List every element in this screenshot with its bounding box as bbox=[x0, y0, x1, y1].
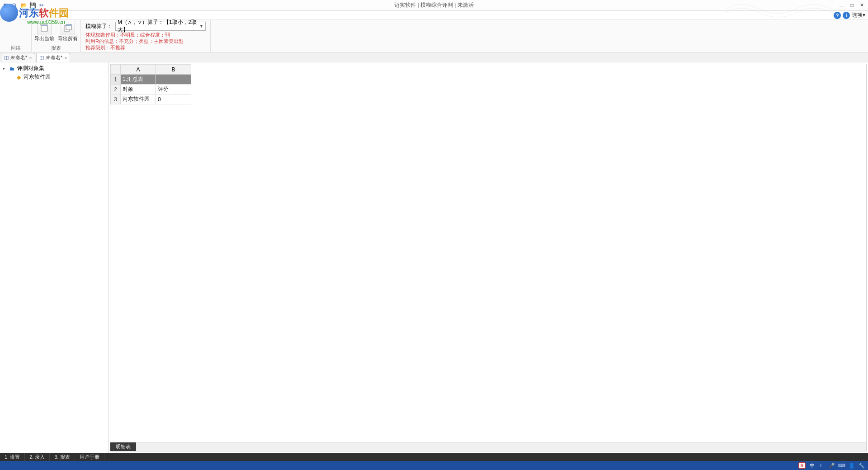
ime-sogou-icon[interactable]: S bbox=[798, 462, 806, 469]
export-all-button[interactable]: 导出所有 bbox=[58, 21, 78, 42]
export-current-label: 导出当前 bbox=[34, 35, 54, 42]
col-header-A[interactable]: A bbox=[121, 65, 156, 75]
export-current-icon bbox=[37, 21, 52, 35]
ime-keyboard-icon[interactable]: ⌨ bbox=[838, 462, 845, 469]
chevron-down-icon: ▼ bbox=[199, 24, 203, 28]
cube-icon: ◫ bbox=[4, 55, 9, 61]
ime-mic-icon[interactable]: 🎤 bbox=[828, 462, 835, 469]
ime-user-icon[interactable]: 👤 bbox=[848, 462, 855, 469]
leaf-icon: ◆ bbox=[15, 74, 22, 80]
titlebar: ◧ 🗋 📂 💾 ✂ 迈实软件 | 模糊综合评判 | 未激活 — ▭ ✕ bbox=[0, 0, 868, 11]
maximize-icon[interactable]: ▭ bbox=[847, 2, 856, 9]
cut-icon[interactable]: ✂ bbox=[38, 2, 45, 9]
folder-icon: 🖿 bbox=[9, 66, 15, 72]
operator-desc-1: 体现权数作用：不明显；综合程度：弱 bbox=[85, 32, 184, 38]
ribbon-tab-network[interactable]: 网络 bbox=[11, 44, 21, 52]
row-header[interactable]: 2 bbox=[111, 85, 121, 94]
window-title: 迈实软件 | 模糊综合评判 | 未激活 bbox=[394, 1, 474, 9]
cell[interactable]: 1.汇总表 bbox=[121, 75, 156, 85]
cell[interactable]: 对象 bbox=[121, 85, 156, 94]
tab-close-icon[interactable]: × bbox=[29, 55, 32, 61]
corner-cell[interactable] bbox=[111, 65, 121, 75]
new-icon[interactable]: 🗋 bbox=[11, 2, 18, 9]
row-header[interactable]: 1 bbox=[111, 75, 121, 85]
tree-collapse-icon[interactable]: ▾ bbox=[3, 66, 7, 71]
table-row[interactable]: 1 1.汇总表 bbox=[111, 75, 191, 85]
cell[interactable] bbox=[156, 75, 191, 85]
export-current-button[interactable]: 导出当前 bbox=[34, 21, 54, 42]
bottom-nav: 1. 设置 2. 录入 3. 报表 用户手册 bbox=[0, 453, 868, 461]
options-menu[interactable]: 选项▾ bbox=[852, 11, 865, 19]
sidebar-tree: ▾ 🖿 评测对象集 ◆ 河东软件园 bbox=[0, 62, 108, 453]
export-all-icon bbox=[61, 21, 75, 35]
svg-rect-4 bbox=[66, 24, 71, 26]
ime-settings-icon[interactable]: 🔧 bbox=[858, 462, 865, 469]
bottom-nav-input[interactable]: 2. 录入 bbox=[25, 453, 50, 461]
tree-root-label: 评测对象集 bbox=[17, 65, 44, 72]
save-icon[interactable]: 💾 bbox=[29, 2, 36, 9]
sheet-tabs: 明细表 bbox=[110, 442, 866, 451]
close-icon[interactable]: ✕ bbox=[857, 2, 866, 9]
bottom-nav-manual[interactable]: 用户手册 bbox=[75, 453, 104, 461]
doc-tab-label: 未命名* bbox=[10, 54, 27, 61]
doc-tab-0[interactable]: ◫ 未命名* × bbox=[1, 53, 35, 62]
ribbon-group-reports: 报表 bbox=[51, 44, 61, 52]
help-icon[interactable]: ? bbox=[834, 12, 841, 19]
cell[interactable]: 河东软件园 bbox=[121, 94, 156, 104]
tree-root[interactable]: ▾ 🖿 评测对象集 bbox=[2, 64, 106, 73]
row-header[interactable]: 3 bbox=[111, 94, 121, 104]
tree-child[interactable]: ◆ 河东软件园 bbox=[2, 73, 106, 81]
col-header-B[interactable]: B bbox=[156, 65, 191, 75]
info-icon[interactable]: i bbox=[843, 12, 850, 19]
operator-select[interactable]: M（∧，∨）算子：【1取小，2取大】 ▼ bbox=[115, 22, 206, 31]
operator-label: 模糊算子： bbox=[85, 23, 113, 30]
ime-moon-icon[interactable]: ☾ bbox=[818, 462, 826, 469]
operator-desc-3: 推荐级别：不推荐 bbox=[85, 44, 184, 51]
ribbon: 网络 导出当前 导出所有 报表 模糊算子： M（∧，∨）算子：【1取小，2取大】 bbox=[0, 20, 868, 52]
spreadsheet[interactable]: A B 1 1.汇总表 2 对象 评分 3 河东软件园 0 bbox=[110, 64, 866, 442]
open-icon[interactable]: 📂 bbox=[20, 2, 27, 9]
doc-tab-1[interactable]: ◫ 未命名* × bbox=[36, 53, 71, 62]
tree-child-label: 河东软件园 bbox=[24, 73, 51, 81]
bottom-nav-settings[interactable]: 1. 设置 bbox=[0, 453, 25, 461]
bottom-nav-report[interactable]: 3. 报表 bbox=[50, 453, 75, 461]
ime-lang-icon[interactable]: 中 bbox=[808, 462, 816, 469]
cube-icon: ◫ bbox=[39, 55, 44, 61]
tab-close-icon[interactable]: × bbox=[64, 55, 67, 61]
taskbar: S 中 ☾ 🎤 ⌨ 👤 🔧 bbox=[0, 461, 868, 470]
table-row[interactable]: 3 河东软件园 0 bbox=[111, 94, 191, 104]
export-all-label: 导出所有 bbox=[58, 35, 78, 42]
cell[interactable]: 0 bbox=[156, 94, 191, 104]
doc-tab-label: 未命名* bbox=[46, 54, 62, 61]
operator-desc-2: 利用R的信息：不充分；类型：主因素突出型 bbox=[85, 38, 184, 44]
sheet-tab-detail[interactable]: 明细表 bbox=[110, 442, 136, 451]
document-tabs: ◫ 未命名* × ◫ 未命名* × bbox=[0, 52, 868, 62]
table-row[interactable]: 2 对象 评分 bbox=[111, 85, 191, 94]
app-icon[interactable]: ◧ bbox=[2, 2, 9, 9]
minimize-icon[interactable]: — bbox=[837, 2, 846, 9]
svg-rect-1 bbox=[41, 25, 47, 26]
cell[interactable]: 评分 bbox=[156, 85, 191, 94]
